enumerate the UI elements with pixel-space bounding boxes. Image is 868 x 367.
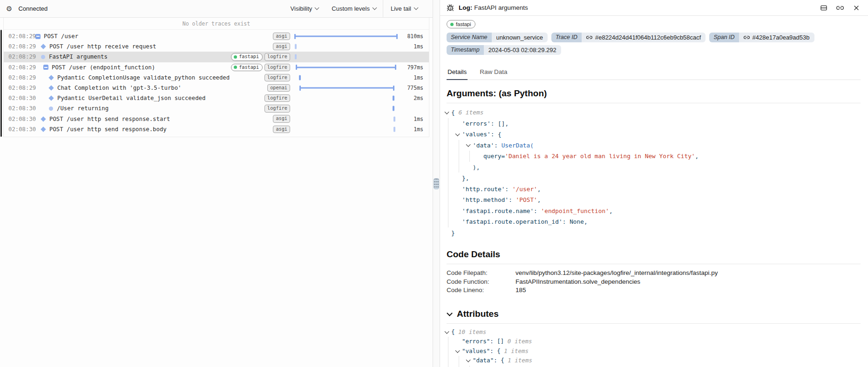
collapse-chevron-icon[interactable] — [466, 358, 470, 362]
meta-value[interactable]: #e8224d24d41f064b112c6eb9cb58cacf — [582, 33, 705, 42]
collapse-chevron-icon[interactable] — [455, 132, 460, 136]
no-older-traces-notice: No older traces exist — [4, 18, 429, 30]
settings-gear-icon[interactable]: ⚙ — [6, 5, 12, 12]
trace-span-name: FastAPI arguments — [49, 53, 108, 60]
trace-list-panel: ⚙ Connected Visibility Custom levels Liv… — [0, 0, 433, 367]
code-detail-row: Code Filepath:venv/lib/python3.12/site-p… — [447, 269, 861, 278]
code-token: '/user' — [512, 186, 537, 193]
badge-logfire: logfire — [264, 64, 290, 71]
badge-label: openai — [270, 85, 287, 90]
meta-row: Service Nameunknown_serviceTrace ID#e822… — [447, 33, 814, 42]
code-token: 'data': — [473, 142, 502, 149]
divider-drag-handle[interactable] — [434, 178, 439, 189]
custom-levels-dropdown[interactable]: Custom levels — [325, 0, 383, 17]
code-token: 'values': { — [462, 131, 502, 138]
duration-bar-zone — [295, 124, 397, 134]
chevron-down-icon — [447, 310, 453, 316]
trace-row[interactable]: 02:08:29Chat Completion with 'gpt-3.5-tu… — [4, 83, 429, 93]
duration-bar-zone — [295, 93, 397, 103]
code-details-heading: Code Details — [447, 249, 861, 260]
badge-asgi: asgi — [273, 33, 290, 40]
trace-row[interactable]: 02:08:30POST /user http send response.bo… — [4, 124, 429, 134]
trace-row[interactable]: 02:08:30/User returninglogfire — [4, 103, 429, 113]
trace-timestamp: 02:08:29 — [8, 64, 33, 71]
duration-bar — [296, 67, 395, 68]
section-rule — [447, 264, 861, 264]
close-panel-button[interactable] — [852, 4, 861, 12]
chevron-down-icon — [372, 6, 377, 10]
close-icon — [853, 4, 860, 12]
indent-guide-line — [448, 216, 448, 227]
badge-logfire: logfire — [264, 105, 290, 112]
collapse-minus-icon[interactable] — [35, 34, 41, 39]
tree-line: 'data': UserData( — [447, 140, 861, 151]
duration-tick — [393, 116, 395, 121]
trace-row[interactable]: 02:08:29FastAPI argumentsfastapilogfire — [4, 52, 429, 62]
code-token: 10 items — [458, 328, 486, 335]
code-token: , — [609, 207, 613, 214]
live-tail-dropdown[interactable]: Live tail — [388, 0, 420, 17]
arguments-section-heading: Arguments: (as Python) — [447, 88, 861, 99]
collapse-chevron-icon[interactable] — [455, 348, 460, 353]
span-diamond-icon — [41, 116, 46, 121]
indent-guide-line — [469, 366, 470, 367]
section-rule — [447, 103, 861, 103]
indent-guide-line — [469, 151, 470, 162]
collapse-chevron-icon[interactable] — [445, 329, 449, 334]
trace-badges: asgi — [273, 33, 290, 40]
trace-row[interactable]: 02:08:30Pydantic UserDetail validate_jso… — [4, 93, 429, 103]
log-title-text: FastAPI arguments — [474, 4, 528, 11]
log-dot-icon — [41, 55, 45, 59]
log-detail-panel: Log:FastAPI arguments — [440, 0, 868, 367]
trace-row[interactable]: 02:08:29POST /user http receive requesta… — [4, 41, 429, 52]
green-dot-icon — [450, 23, 454, 26]
tree-line: 'values': { — [447, 129, 861, 140]
badge-logfire: logfire — [264, 94, 290, 102]
arguments-python-tree: { 6 items'errors': [],'values': {'data':… — [447, 107, 861, 238]
live-tail-group: Live tail — [383, 0, 433, 17]
copy-link-button[interactable] — [836, 4, 844, 12]
header-action-icons — [820, 4, 861, 12]
indent-guide-line — [459, 366, 459, 367]
code-token: 'POST' — [516, 196, 537, 203]
code-token: UserData( — [502, 142, 534, 149]
trace-row[interactable]: 02:08:30POST /user http send response.st… — [4, 114, 429, 124]
meta-timestamp: Timestamp2024-05-03 02:08:29.292 — [447, 45, 561, 55]
trace-row[interactable]: 02:08:29POST /user (endpoint_function)fa… — [4, 62, 429, 73]
span-diamond-icon — [41, 127, 46, 132]
meta-value[interactable]: #428e17a0ea9ad53b — [739, 33, 814, 42]
code-token: ), — [473, 164, 480, 171]
trace-span-name: /User returning — [57, 105, 108, 112]
duration-tick — [295, 44, 297, 49]
duration-tick — [299, 75, 301, 80]
trace-row[interactable]: 02:08:29POST /userasgi810ms — [4, 31, 429, 41]
tree-line: "errors": [] 0 items — [447, 337, 861, 347]
attributes-collapse-toggle[interactable]: Attributes — [447, 309, 861, 319]
collapse-chevron-icon[interactable] — [466, 142, 470, 147]
meta-label: Span ID — [709, 33, 739, 42]
custom-levels-dropdown-label: Custom levels — [332, 5, 370, 12]
code-token: 6 items — [458, 109, 483, 116]
tab-details[interactable]: Details — [447, 65, 468, 80]
code-token: 0 items — [508, 338, 532, 345]
trace-timestamp: 02:08:29 — [8, 85, 33, 91]
trace-timestamp: 02:08:30 — [8, 126, 33, 133]
split-panel-button[interactable] — [820, 4, 828, 12]
code-detail-row: Code Function:FastAPIInstrumentation.sol… — [447, 278, 861, 287]
left-scrollbar[interactable] — [0, 30, 2, 137]
code-token: , — [537, 186, 541, 193]
indent-guide-line — [448, 194, 448, 206]
trace-span-name: Pydantic CompletionUsage validate_python… — [57, 74, 230, 81]
toolbar-right-group: Visibility Custom levels Live tail — [284, 0, 433, 17]
duration-label: 775ms — [397, 85, 423, 91]
log-kind-label: Log: — [459, 4, 472, 11]
collapse-minus-icon[interactable] — [43, 65, 48, 70]
collapse-chevron-icon[interactable] — [445, 110, 449, 114]
visibility-dropdown-label: Visibility — [291, 5, 312, 12]
meta-service-name: Service Nameunknown_service — [447, 33, 548, 42]
log-tags-row: fastapi — [447, 20, 861, 28]
trace-row[interactable]: 02:08:29Pydantic CompletionUsage validat… — [4, 73, 429, 83]
tab-raw-data[interactable]: Raw Data — [479, 65, 508, 80]
visibility-dropdown[interactable]: Visibility — [284, 0, 326, 17]
trace-timestamp: 02:08:30 — [8, 105, 33, 112]
